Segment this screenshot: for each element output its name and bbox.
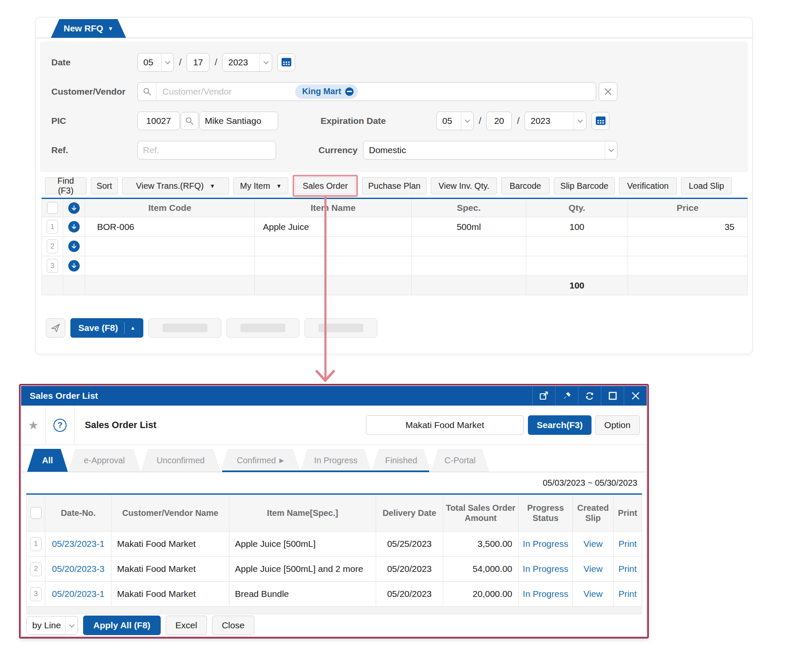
view-slip-link[interactable]: View bbox=[583, 589, 603, 599]
load-slip-button[interactable]: Load Slip bbox=[681, 177, 732, 194]
placeholder-button[interactable] bbox=[148, 318, 221, 338]
expiration-year-select[interactable]: 2023 bbox=[525, 112, 586, 130]
select-all-checkbox[interactable] bbox=[47, 202, 58, 214]
select-all-checkbox[interactable] bbox=[31, 507, 42, 519]
excel-button[interactable]: Excel bbox=[166, 616, 207, 635]
tab-e-approval[interactable]: e-Approval bbox=[68, 449, 141, 472]
item-name-cell[interactable] bbox=[255, 237, 412, 256]
customer-vendor-tag[interactable]: King Mart bbox=[295, 84, 357, 99]
view-slip-link[interactable]: View bbox=[583, 539, 603, 549]
slip-barcode-button[interactable]: Slip Barcode bbox=[554, 177, 615, 194]
print-link[interactable]: Print bbox=[618, 589, 636, 599]
sales-order-row[interactable]: 2 05/20/2023-3 Makati Food Market Apple … bbox=[27, 557, 642, 582]
item-code-cell[interactable] bbox=[85, 256, 255, 276]
find-button[interactable]: Find (F3) bbox=[45, 177, 87, 194]
item-row[interactable]: 1 BOR-006 Apple Juice 500ml 100 35 bbox=[42, 217, 748, 237]
arrow-down-circle-icon[interactable] bbox=[68, 202, 80, 214]
sort-button[interactable]: Sort bbox=[91, 177, 118, 194]
date-no-link[interactable]: 05/23/2023-1 bbox=[52, 539, 105, 549]
close-button[interactable]: Close bbox=[212, 616, 254, 635]
tab-new-rfq[interactable]: New RFQ ▼ bbox=[51, 19, 126, 38]
item-name-cell[interactable]: Apple Juice bbox=[255, 217, 412, 237]
status-link[interactable]: In Progress bbox=[523, 564, 568, 574]
status-link[interactable]: In Progress bbox=[523, 539, 568, 549]
placeholder-button[interactable] bbox=[226, 318, 299, 338]
sales-order-row[interactable]: 3 05/20/2023-1 Makati Food Market Bread … bbox=[27, 582, 642, 607]
star-icon: ★ bbox=[28, 418, 39, 432]
horizontal-scrollbar[interactable] bbox=[26, 607, 642, 614]
send-button[interactable] bbox=[46, 318, 65, 338]
currency-select[interactable]: Domestic bbox=[363, 141, 617, 160]
placeholder-button[interactable] bbox=[304, 318, 377, 338]
item-row[interactable]: 2 bbox=[42, 237, 748, 256]
sales-order-row[interactable]: 1 05/23/2023-1 Makati Food Market Apple … bbox=[27, 532, 642, 557]
tab-all[interactable]: All bbox=[27, 449, 68, 472]
sales-order-highlight: Sales Order bbox=[293, 175, 358, 197]
save-button[interactable]: Save (F8) ▲ bbox=[70, 318, 143, 338]
my-item-button[interactable]: My Item▼ bbox=[233, 177, 288, 194]
purchase-plan-button[interactable]: Puchase Plan bbox=[362, 177, 427, 194]
date-no-link[interactable]: 05/20/2023-3 bbox=[52, 564, 105, 574]
date-day-input[interactable]: 17 bbox=[187, 53, 209, 72]
arrow-down-circle-icon[interactable] bbox=[68, 260, 80, 272]
barcode-button[interactable]: Barcode bbox=[501, 177, 550, 194]
price-cell[interactable] bbox=[628, 256, 748, 276]
ref-input[interactable] bbox=[137, 141, 276, 160]
date-year-select[interactable]: 2023 bbox=[222, 53, 272, 72]
pin-button[interactable] bbox=[555, 386, 578, 406]
arrow-down-circle-icon[interactable] bbox=[68, 241, 80, 252]
view-slip-link[interactable]: View bbox=[583, 564, 603, 574]
expiration-month-select[interactable]: 05 bbox=[436, 112, 474, 130]
apply-all-button[interactable]: Apply All (F8) bbox=[83, 616, 161, 635]
favorite-button[interactable]: ★ bbox=[21, 406, 46, 445]
qty-cell[interactable] bbox=[526, 237, 628, 256]
arrow-down-circle-icon[interactable] bbox=[68, 221, 80, 232]
pic-search-button[interactable] bbox=[181, 112, 198, 130]
date-no-link[interactable]: 05/20/2023-1 bbox=[52, 589, 105, 599]
date-month-select[interactable]: 05 bbox=[137, 53, 174, 72]
print-link[interactable]: Print bbox=[618, 539, 636, 549]
close-window-button[interactable] bbox=[624, 386, 647, 406]
qty-cell[interactable]: 100 bbox=[526, 217, 628, 237]
view-inv-qty-button[interactable]: View Inv. Qty. bbox=[431, 177, 497, 194]
caret-down-icon: ▼ bbox=[108, 26, 113, 31]
search-input[interactable] bbox=[366, 415, 524, 435]
item-code-cell[interactable]: BOR-006 bbox=[85, 217, 255, 237]
spec-cell[interactable]: 500ml bbox=[412, 217, 526, 237]
open-new-window-button[interactable] bbox=[532, 386, 555, 406]
tab-c-portal[interactable]: C-Portal bbox=[431, 449, 489, 472]
clear-customer-vendor-button[interactable] bbox=[599, 82, 617, 101]
maximize-button[interactable] bbox=[601, 386, 624, 406]
expiration-calendar-button[interactable] bbox=[592, 112, 609, 130]
search-button[interactable]: Search(F3) bbox=[528, 415, 592, 435]
item-row[interactable]: 3 bbox=[42, 256, 748, 276]
calendar-icon bbox=[595, 116, 606, 126]
item-code-cell[interactable] bbox=[85, 237, 255, 256]
customer-vendor-field[interactable]: Customer/Vendor King Mart bbox=[137, 82, 596, 101]
pic-name-input[interactable] bbox=[199, 112, 278, 130]
customer-cell: Makati Food Market bbox=[112, 557, 229, 582]
tab-in-progress[interactable]: In Progress bbox=[300, 449, 371, 472]
item-name-cell[interactable] bbox=[255, 256, 412, 276]
qty-cell[interactable] bbox=[526, 256, 628, 276]
apply-mode-select[interactable]: by Line bbox=[26, 616, 78, 635]
option-button[interactable]: Option bbox=[595, 415, 640, 435]
sales-order-button[interactable]: Sales Order bbox=[295, 177, 355, 194]
price-cell[interactable] bbox=[628, 237, 748, 256]
expiration-day-input[interactable]: 20 bbox=[486, 112, 512, 130]
remove-tag-icon[interactable] bbox=[345, 87, 354, 96]
status-link[interactable]: In Progress bbox=[523, 589, 568, 599]
spec-cell[interactable] bbox=[412, 237, 526, 256]
refresh-button[interactable] bbox=[578, 386, 601, 406]
verification-button[interactable]: Verification bbox=[619, 177, 677, 194]
price-cell[interactable]: 35 bbox=[628, 217, 748, 237]
tab-confirmed[interactable]: Confirmed▶ bbox=[220, 449, 300, 472]
view-trans-button[interactable]: View Trans.(RFQ)▼ bbox=[122, 177, 229, 194]
spec-cell[interactable] bbox=[412, 256, 526, 276]
tab-unconfirmed[interactable]: Unconfirmed bbox=[141, 449, 220, 472]
help-button[interactable]: ? bbox=[46, 406, 75, 445]
date-calendar-button[interactable] bbox=[277, 53, 295, 71]
pic-code-input[interactable] bbox=[137, 112, 180, 130]
print-link[interactable]: Print bbox=[618, 564, 636, 574]
tab-finished[interactable]: Finished bbox=[371, 449, 431, 472]
